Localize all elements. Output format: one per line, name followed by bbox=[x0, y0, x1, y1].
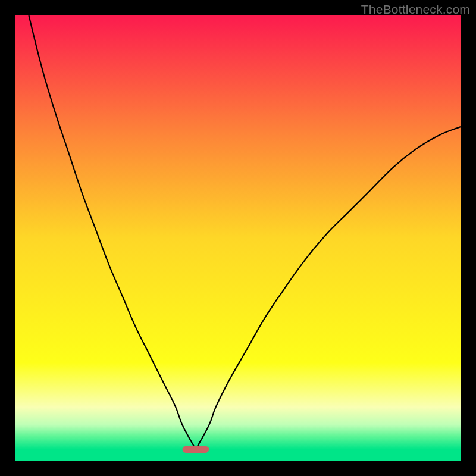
gradient-background bbox=[15, 15, 461, 461]
chart-frame: TheBottleneck.com bbox=[0, 0, 476, 476]
optimum-marker bbox=[183, 446, 209, 453]
chart-svg bbox=[15, 15, 461, 461]
watermark-text: TheBottleneck.com bbox=[361, 2, 470, 17]
plot-area bbox=[15, 15, 461, 461]
